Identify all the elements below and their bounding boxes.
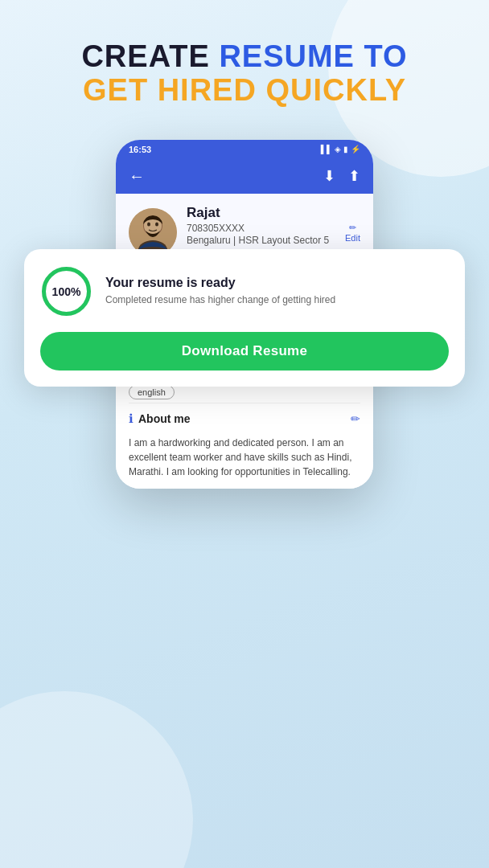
about-title-row: ℹ About me <box>129 411 191 426</box>
about-title: About me <box>138 412 191 425</box>
bg-circle-bottom <box>0 691 193 868</box>
status-icons: ▌▌ ◈ ▮ ⚡ <box>321 145 360 154</box>
about-text: I am a hardworking and dedicated person.… <box>129 436 360 479</box>
edit-icon: ✏ <box>349 223 356 233</box>
wifi-icon: ◈ <box>335 145 341 154</box>
progress-circle: 100% <box>40 265 92 317</box>
download-resume-button[interactable]: Download Resume <box>40 332 449 371</box>
signal-icon: ▌▌ <box>321 145 332 154</box>
about-icon: ℹ <box>129 411 134 426</box>
download-nav-icon[interactable]: ⬇ <box>323 167 335 185</box>
edit-button[interactable]: ✏ Edit <box>345 223 360 243</box>
edit-label: Edit <box>345 233 360 243</box>
nav-icons: ⬇ ⬆ <box>323 167 360 185</box>
status-time: 16:53 <box>129 145 151 154</box>
resume-ready-card: 100% Your resume is ready Completed resu… <box>24 249 465 387</box>
status-bar: 16:53 ▌▌ ◈ ▮ ⚡ <box>116 140 373 159</box>
headline: CREATE RESUME TO GET HIRED QUICKLY <box>0 0 489 124</box>
card-subtitle: Completed resume has higher change of ge… <box>105 293 335 307</box>
headline-resume-to: RESUME TO <box>219 39 407 73</box>
progress-text: 100% <box>52 285 81 298</box>
profile-location: Bengaluru | HSR Layout Sector 5 <box>187 235 335 246</box>
svg-point-5 <box>155 223 158 227</box>
back-button[interactable]: ← <box>129 167 145 186</box>
battery-icon: ▮ <box>343 145 348 154</box>
phone-nav: ← ⬇ ⬆ <box>116 159 373 194</box>
card-title: Your resume is ready <box>105 276 335 290</box>
card-text: Your resume is ready Completed resume ha… <box>105 276 335 307</box>
headline-create: CREATE <box>81 39 219 73</box>
language-tag-english: english <box>129 385 175 399</box>
about-section-header: ℹ About me ✏ <box>129 403 360 431</box>
headline-line2: GET HIRED QUICKLY <box>24 74 465 108</box>
about-edit-icon[interactable]: ✏ <box>351 412 360 425</box>
svg-point-4 <box>147 223 150 227</box>
card-content: 100% Your resume is ready Completed resu… <box>40 265 449 317</box>
share-nav-icon[interactable]: ⬆ <box>348 167 360 185</box>
bolt-icon: ⚡ <box>351 145 360 154</box>
profile-phone: 708305XXXX <box>187 223 335 234</box>
profile-name: Rajat <box>187 205 335 221</box>
